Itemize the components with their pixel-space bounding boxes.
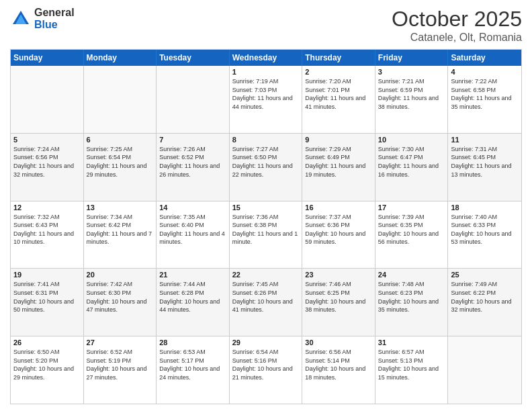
day-number: 17 [378, 203, 445, 212]
day-number: 23 [305, 271, 372, 279]
day-info: Sunrise: 7:19 AM Sunset: 7:03 PM Dayligh… [232, 77, 300, 111]
day-info: Sunrise: 7:26 AM Sunset: 6:52 PM Dayligh… [159, 145, 226, 179]
day-number: 29 [232, 338, 300, 347]
day-cell-30: 30Sunrise: 6:56 AM Sunset: 5:14 PM Dayli… [302, 336, 375, 404]
day-info: Sunrise: 7:30 AM Sunset: 6:47 PM Dayligh… [378, 145, 445, 179]
day-cell-19: 19Sunrise: 7:41 AM Sunset: 6:31 PM Dayli… [11, 269, 84, 336]
header-day-monday: Monday [84, 50, 157, 66]
day-number: 26 [13, 338, 81, 347]
day-number: 31 [378, 338, 445, 347]
day-number: 16 [305, 203, 372, 212]
day-cell-13: 13Sunrise: 7:34 AM Sunset: 6:42 PM Dayli… [84, 201, 157, 269]
day-info: Sunrise: 6:50 AM Sunset: 5:20 PM Dayligh… [13, 348, 81, 381]
day-info: Sunrise: 7:46 AM Sunset: 6:25 PM Dayligh… [305, 280, 372, 314]
week-row-3: 12Sunrise: 7:32 AM Sunset: 6:43 PM Dayli… [11, 201, 521, 269]
day-cell-7: 7Sunrise: 7:26 AM Sunset: 6:52 PM Daylig… [157, 134, 230, 201]
day-cell-23: 23Sunrise: 7:46 AM Sunset: 6:25 PM Dayli… [302, 269, 375, 336]
day-cell-1: 1Sunrise: 7:19 AM Sunset: 7:03 PM Daylig… [230, 66, 303, 133]
title-block: October 2025 Catanele, Olt, Romania [392, 7, 522, 44]
day-info: Sunrise: 7:36 AM Sunset: 6:38 PM Dayligh… [232, 213, 300, 246]
day-cell-17: 17Sunrise: 7:39 AM Sunset: 6:35 PM Dayli… [375, 201, 449, 269]
day-info: Sunrise: 7:44 AM Sunset: 6:28 PM Dayligh… [159, 280, 226, 314]
day-cell-24: 24Sunrise: 7:48 AM Sunset: 6:23 PM Dayli… [375, 269, 449, 336]
day-cell-16: 16Sunrise: 7:37 AM Sunset: 6:36 PM Dayli… [302, 201, 375, 269]
logo-general: General [34, 7, 75, 19]
day-number: 24 [378, 271, 445, 279]
day-cell-21: 21Sunrise: 7:44 AM Sunset: 6:28 PM Dayli… [157, 269, 230, 336]
header-day-friday: Friday [375, 50, 449, 66]
day-cell-15: 15Sunrise: 7:36 AM Sunset: 6:38 PM Dayli… [230, 201, 303, 269]
day-info: Sunrise: 7:24 AM Sunset: 6:56 PM Dayligh… [13, 145, 81, 179]
header-day-tuesday: Tuesday [157, 50, 230, 66]
day-number: 6 [87, 136, 154, 144]
day-cell-2: 2Sunrise: 7:20 AM Sunset: 7:01 PM Daylig… [302, 66, 375, 133]
day-info: Sunrise: 7:48 AM Sunset: 6:23 PM Dayligh… [378, 280, 445, 314]
day-number: 25 [451, 271, 519, 279]
day-info: Sunrise: 7:32 AM Sunset: 6:43 PM Dayligh… [13, 213, 81, 246]
day-info: Sunrise: 7:40 AM Sunset: 6:33 PM Dayligh… [451, 213, 519, 246]
day-number: 14 [159, 203, 226, 212]
day-info: Sunrise: 6:54 AM Sunset: 5:16 PM Dayligh… [232, 348, 300, 381]
day-info: Sunrise: 6:56 AM Sunset: 5:14 PM Dayligh… [305, 348, 372, 381]
day-info: Sunrise: 7:41 AM Sunset: 6:31 PM Dayligh… [13, 280, 81, 314]
day-cell-28: 28Sunrise: 6:53 AM Sunset: 5:17 PM Dayli… [157, 336, 230, 404]
day-cell-18: 18Sunrise: 7:40 AM Sunset: 6:33 PM Dayli… [448, 201, 521, 269]
day-number: 2 [305, 68, 372, 76]
day-number: 8 [232, 136, 300, 144]
calendar: SundayMondayTuesdayWednesdayThursdayFrid… [10, 49, 522, 404]
day-info: Sunrise: 7:29 AM Sunset: 6:49 PM Dayligh… [305, 145, 372, 179]
header-day-saturday: Saturday [448, 50, 521, 66]
location: Catanele, Olt, Romania [392, 32, 522, 44]
day-number: 12 [13, 203, 81, 212]
week-row-1: 1Sunrise: 7:19 AM Sunset: 7:03 PM Daylig… [11, 66, 521, 133]
day-cell-27: 27Sunrise: 6:52 AM Sunset: 5:19 PM Dayli… [84, 336, 157, 404]
day-number: 10 [378, 136, 445, 144]
day-info: Sunrise: 7:39 AM Sunset: 6:35 PM Dayligh… [378, 213, 445, 246]
day-cell-11: 11Sunrise: 7:31 AM Sunset: 6:45 PM Dayli… [448, 134, 521, 201]
header: General Blue October 2025 Catanele, Olt,… [10, 7, 522, 44]
day-info: Sunrise: 7:21 AM Sunset: 6:59 PM Dayligh… [378, 77, 445, 111]
day-number: 9 [305, 136, 372, 144]
day-number: 30 [305, 338, 372, 347]
day-cell-14: 14Sunrise: 7:35 AM Sunset: 6:40 PM Dayli… [157, 201, 230, 269]
page: General Blue October 2025 Catanele, Olt,… [0, 0, 532, 411]
day-info: Sunrise: 7:20 AM Sunset: 7:01 PM Dayligh… [305, 77, 372, 111]
day-cell-31: 31Sunrise: 6:57 AM Sunset: 5:13 PM Dayli… [375, 336, 449, 404]
day-info: Sunrise: 7:27 AM Sunset: 6:50 PM Dayligh… [232, 145, 300, 179]
day-number: 4 [451, 68, 519, 76]
day-info: Sunrise: 7:31 AM Sunset: 6:45 PM Dayligh… [451, 145, 519, 179]
day-number: 22 [232, 271, 300, 279]
day-number: 13 [87, 203, 154, 212]
day-info: Sunrise: 7:37 AM Sunset: 6:36 PM Dayligh… [305, 213, 372, 246]
day-number: 21 [159, 271, 226, 279]
day-cell-6: 6Sunrise: 7:25 AM Sunset: 6:54 PM Daylig… [84, 134, 157, 201]
day-number: 11 [451, 136, 519, 144]
logo-blue: Blue [34, 19, 75, 31]
calendar-header: SundayMondayTuesdayWednesdayThursdayFrid… [11, 50, 521, 66]
day-cell-25: 25Sunrise: 7:49 AM Sunset: 6:22 PM Dayli… [448, 269, 521, 336]
day-number: 20 [87, 271, 154, 279]
week-row-2: 5Sunrise: 7:24 AM Sunset: 6:56 PM Daylig… [11, 133, 521, 201]
day-number: 28 [159, 338, 226, 347]
day-cell-26: 26Sunrise: 6:50 AM Sunset: 5:20 PM Dayli… [11, 336, 84, 404]
day-number: 1 [232, 68, 300, 76]
header-day-sunday: Sunday [11, 50, 84, 66]
empty-cell [84, 66, 157, 133]
day-number: 7 [159, 136, 226, 144]
logo-icon [10, 8, 32, 30]
calendar-body: 1Sunrise: 7:19 AM Sunset: 7:03 PM Daylig… [11, 66, 521, 404]
day-number: 3 [378, 68, 445, 76]
day-info: Sunrise: 7:34 AM Sunset: 6:42 PM Dayligh… [87, 213, 154, 246]
header-day-thursday: Thursday [302, 50, 375, 66]
day-cell-5: 5Sunrise: 7:24 AM Sunset: 6:56 PM Daylig… [11, 134, 84, 201]
day-cell-29: 29Sunrise: 6:54 AM Sunset: 5:16 PM Dayli… [230, 336, 303, 404]
week-row-4: 19Sunrise: 7:41 AM Sunset: 6:31 PM Dayli… [11, 268, 521, 336]
month-year: October 2025 [392, 7, 522, 32]
day-number: 19 [13, 271, 81, 279]
day-info: Sunrise: 7:22 AM Sunset: 6:58 PM Dayligh… [451, 77, 519, 111]
empty-cell [448, 336, 521, 404]
header-day-wednesday: Wednesday [230, 50, 303, 66]
empty-cell [157, 66, 230, 133]
day-number: 5 [13, 136, 81, 144]
day-number: 18 [451, 203, 519, 212]
